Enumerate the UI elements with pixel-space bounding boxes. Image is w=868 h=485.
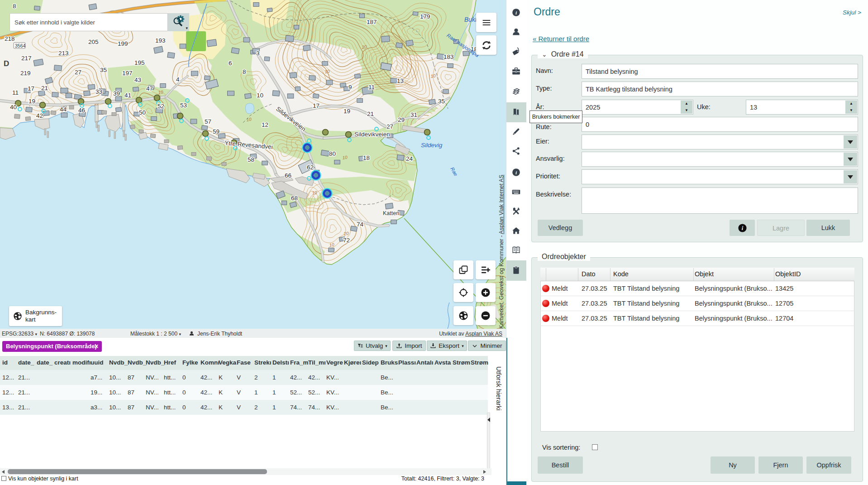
svg-text:13: 13 (397, 77, 404, 84)
svg-text:i: i (741, 225, 743, 231)
svg-text:39: 39 (113, 90, 120, 97)
svg-text:53: 53 (180, 102, 187, 109)
svg-text:21: 21 (41, 85, 48, 91)
svg-text:46: 46 (78, 107, 85, 114)
svg-text:D: D (4, 59, 9, 68)
svg-text:199: 199 (118, 40, 128, 47)
svg-text:183: 183 (444, 53, 454, 60)
svg-text:80: 80 (329, 150, 336, 157)
svg-text:193: 193 (155, 37, 166, 44)
svg-text:40: 40 (10, 104, 17, 110)
svg-text:21: 21 (367, 110, 374, 117)
svg-text:47: 47 (146, 85, 153, 92)
svg-text:44: 44 (60, 106, 67, 113)
svg-text:10: 10 (329, 242, 335, 248)
svg-text:10: 10 (257, 92, 263, 99)
svg-text:10: 10 (324, 68, 330, 74)
svg-text:12: 12 (262, 121, 268, 128)
svg-text:19: 19 (343, 108, 350, 115)
svg-text:218: 218 (5, 35, 15, 42)
svg-text:6: 6 (229, 60, 232, 67)
svg-text:10: 10 (312, 190, 318, 196)
svg-text:19: 19 (29, 98, 35, 105)
svg-text:74: 74 (357, 221, 364, 228)
svg-text:187: 187 (367, 19, 377, 25)
svg-text:217: 217 (21, 55, 32, 62)
svg-text:27: 27 (75, 69, 81, 76)
svg-text:3: 3 (256, 50, 260, 57)
svg-text:24: 24 (406, 155, 413, 162)
svg-text:66: 66 (285, 172, 291, 179)
svg-text:10: 10 (246, 116, 252, 122)
svg-text:17: 17 (28, 85, 34, 92)
svg-text:41: 41 (124, 92, 131, 99)
svg-text:18: 18 (363, 154, 370, 161)
svg-text:8: 8 (13, 3, 16, 10)
svg-text:10: 10 (158, 89, 164, 95)
svg-text:68: 68 (291, 195, 298, 202)
svg-text:62: 62 (307, 164, 314, 171)
svg-text:58: 58 (248, 156, 254, 163)
svg-text:Katten: Katten (383, 210, 399, 216)
svg-text:31: 31 (410, 111, 417, 118)
svg-text:50: 50 (139, 109, 146, 116)
svg-text:52: 52 (157, 103, 164, 110)
svg-text:Sildevikveien: Sildevikveien (354, 131, 390, 138)
svg-text:20: 20 (343, 230, 349, 236)
svg-text:33: 33 (95, 88, 102, 95)
svg-text:35: 35 (438, 98, 445, 105)
svg-text:11: 11 (368, 84, 375, 91)
svg-text:27: 27 (386, 123, 393, 130)
svg-text:59: 59 (213, 128, 219, 135)
svg-text:213: 213 (58, 50, 69, 57)
svg-text:17: 17 (313, 102, 320, 109)
svg-text:72: 72 (343, 237, 350, 244)
svg-text:10: 10 (430, 73, 436, 79)
svg-text:8: 8 (243, 68, 246, 75)
svg-text:179: 179 (420, 13, 430, 20)
svg-text:29: 29 (398, 116, 405, 123)
svg-text:42: 42 (36, 112, 43, 119)
svg-text:20: 20 (361, 44, 367, 50)
svg-text:57: 57 (205, 118, 211, 125)
svg-text:219: 219 (20, 70, 31, 77)
svg-text:Sildevig: Sildevig (421, 142, 443, 149)
svg-text:35: 35 (100, 67, 107, 73)
svg-text:3564: 3564 (15, 43, 26, 48)
svg-text:9: 9 (348, 84, 352, 91)
svg-text:43: 43 (134, 77, 141, 83)
svg-text:10: 10 (342, 154, 348, 160)
svg-text:197: 197 (122, 70, 133, 77)
svg-text:11: 11 (12, 89, 19, 96)
svg-text:205: 205 (88, 38, 99, 45)
svg-text:4: 4 (176, 76, 180, 83)
svg-text:195: 195 (134, 59, 145, 66)
